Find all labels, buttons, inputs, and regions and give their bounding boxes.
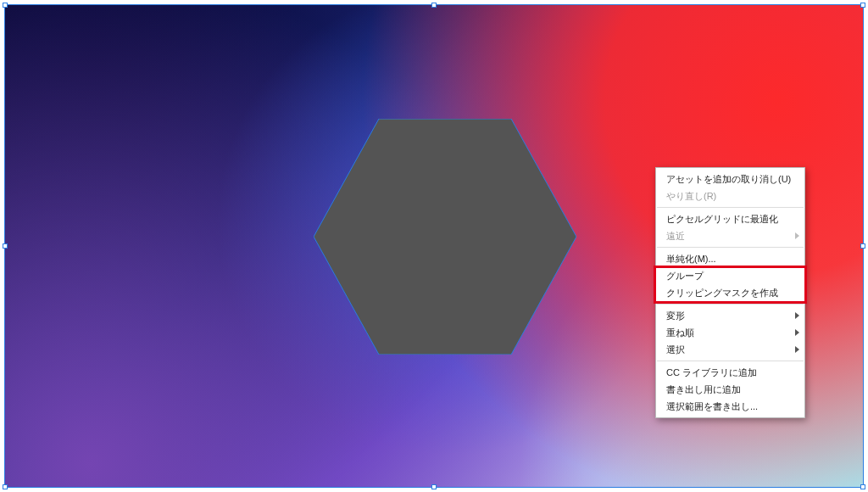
menu-item[interactable]: アセットを追加の取り消し(U) [656,171,804,187]
chevron-right-icon [795,232,799,239]
chevron-right-icon [795,329,799,336]
chevron-right-icon [795,312,799,319]
menu-item-label: 選択範囲を書き出し... [666,401,758,411]
menu-item-label: 重ね順 [666,327,694,338]
menu-item-label: 書き出し用に追加 [666,384,741,394]
menu-item-label: 遠近 [666,231,685,241]
svg-marker-0 [314,119,576,355]
menu-item[interactable]: 重ね順 [656,324,804,341]
menu-separator [657,247,804,248]
menu-item[interactable]: 選択 [656,341,804,358]
menu-item[interactable]: クリッピングマスクを作成 [656,284,804,301]
menu-item-label: 選択 [666,344,685,355]
menu-item[interactable]: 変形 [656,307,804,324]
menu-item-label: クリッピングマスクを作成 [666,288,778,298]
context-menu[interactable]: アセットを追加の取り消し(U)やり直し(R)ピクセルグリッドに最適化遠近単純化(… [655,167,805,418]
menu-item-label: アセットを追加の取り消し(U) [666,174,791,184]
menu-item: やり直し(R) [656,187,804,204]
menu-item[interactable]: グループ [656,267,804,284]
menu-item[interactable]: CC ライブラリに追加 [656,364,804,381]
menu-item[interactable]: 単純化(M)... [656,250,804,267]
menu-item[interactable]: 書き出し用に追加 [656,381,804,398]
menu-item-label: 変形 [666,310,685,321]
menu-separator [657,207,804,208]
menu-item-label: ピクセルグリッドに最適化 [666,214,778,224]
menu-item-label: CC ライブラリに追加 [666,367,757,377]
chevron-right-icon [795,346,799,353]
menu-item-label: やり直し(R) [666,191,716,201]
menu-item-label: グループ [666,271,704,281]
menu-item[interactable]: ピクセルグリッドに最適化 [656,210,804,227]
menu-item: 遠近 [656,227,804,244]
hexagon-shape[interactable] [314,119,576,355]
menu-item-label: 単純化(M)... [666,254,716,264]
menu-separator [657,361,804,361]
menu-item[interactable]: 選択範囲を書き出し... [656,398,804,415]
app-stage: アセットを追加の取り消し(U)やり直し(R)ピクセルグリッドに最適化遠近単純化(… [0,0,868,492]
menu-separator [657,304,804,305]
